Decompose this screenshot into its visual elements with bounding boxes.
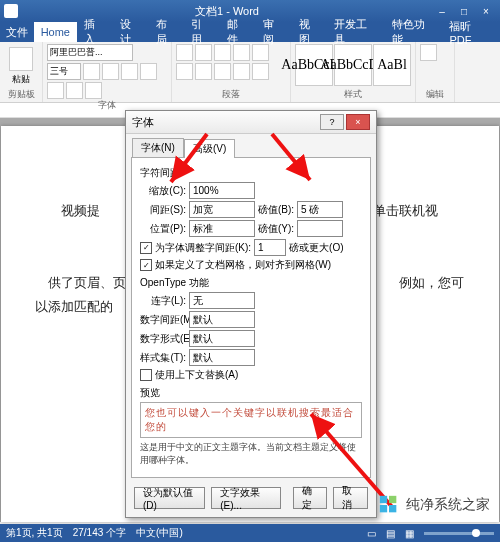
ligatures-label: 连字(L): xyxy=(140,294,186,308)
contextual-checkbox[interactable] xyxy=(140,369,152,381)
minimize-button[interactable]: – xyxy=(432,4,452,18)
group-styles: AaBbCcDd AaBbCcDd AaBl 样式 xyxy=(291,42,416,102)
bold-icon[interactable] xyxy=(83,63,100,80)
align-left-icon[interactable] xyxy=(176,63,193,80)
styleset-select[interactable]: 默认 xyxy=(189,349,255,366)
group-paragraph: 段落 xyxy=(172,42,291,102)
font-family-select[interactable]: 阿里巴巴普... xyxy=(47,44,133,61)
numform-label: 数字形式(E): xyxy=(140,332,186,346)
tab-mailings[interactable]: 邮件 xyxy=(220,22,256,42)
align-justify-icon[interactable] xyxy=(233,63,250,80)
tab-insert[interactable]: 插入 xyxy=(77,22,113,42)
position-label: 位置(P): xyxy=(140,222,186,236)
align-center-icon[interactable] xyxy=(195,63,212,80)
view-read-icon[interactable]: ▤ xyxy=(386,528,395,539)
status-language[interactable]: 中文(中国) xyxy=(136,526,183,540)
kerning-label: 为字体调整字间距(K): xyxy=(155,241,251,255)
group-edit: 编辑 xyxy=(416,42,455,102)
tab-references[interactable]: 引用 xyxy=(184,22,220,42)
cancel-button[interactable]: 取消 xyxy=(333,487,368,509)
tab-font-basic[interactable]: 字体(N) xyxy=(132,138,184,157)
scale-select[interactable]: 100% xyxy=(189,182,255,199)
tab-layout[interactable]: 布局 xyxy=(149,22,185,42)
word-icon xyxy=(4,4,18,18)
status-words[interactable]: 27/143 个字 xyxy=(73,526,126,540)
bullets-icon[interactable] xyxy=(176,44,193,61)
styleset-label: 样式集(T): xyxy=(140,351,186,365)
ok-button[interactable]: 确定 xyxy=(293,487,328,509)
set-default-button[interactable]: 设为默认值(D) xyxy=(134,487,205,509)
tab-design[interactable]: 设计 xyxy=(113,22,149,42)
numform-select[interactable]: 默认 xyxy=(189,330,255,347)
highlight-icon[interactable] xyxy=(85,82,102,99)
kerning-input[interactable]: 1 xyxy=(254,239,286,256)
tab-foxitpdf[interactable]: 福昕PDF xyxy=(442,22,500,42)
preview-label: 预览 xyxy=(140,386,362,400)
style-heading1[interactable]: AaBl xyxy=(373,44,411,86)
text-effects-button[interactable]: 文字效果(E)... xyxy=(211,487,280,509)
dialog-titlebar: 字体 ? × xyxy=(126,111,376,134)
shading-icon[interactable] xyxy=(252,63,269,80)
snapgrid-checkbox[interactable]: ✓ xyxy=(140,259,152,271)
multilevel-icon[interactable] xyxy=(214,44,231,61)
dialog-help-button[interactable]: ? xyxy=(320,114,344,130)
strike-icon[interactable] xyxy=(140,63,157,80)
ligatures-select[interactable]: 无 xyxy=(189,292,255,309)
kerning-unit: 磅或更大(O) xyxy=(289,241,343,255)
dialog-tabs: 字体(N) 高级(V) xyxy=(126,134,376,157)
group-label-styles: 样式 xyxy=(295,88,411,102)
snapgrid-label: 如果定义了文档网格，则对齐到网格(W) xyxy=(155,258,331,272)
group-label-edit: 编辑 xyxy=(420,88,450,102)
indent-inc-icon[interactable] xyxy=(252,44,269,61)
ribbon: 粘贴 剪贴板 阿里巴巴普... 三号 字体 xyxy=(0,42,500,103)
tab-home[interactable]: Home xyxy=(34,22,77,42)
svg-rect-6 xyxy=(389,505,396,512)
group-clipboard: 粘贴 剪贴板 xyxy=(0,42,43,102)
position-select[interactable]: 标准 xyxy=(189,220,255,237)
group-label-clipboard: 剪贴板 xyxy=(4,88,38,102)
spacing-label: 间距(S): xyxy=(140,203,186,217)
position-pt-input[interactable] xyxy=(297,220,343,237)
dialog-body: 字符间距 缩放(C): 100% 间距(S): 加宽 磅值(B): 5 磅 位置… xyxy=(131,157,371,478)
tab-font-advanced[interactable]: 高级(V) xyxy=(184,139,235,158)
app-window: 文档1 - Word – □ × 文件 Home 插入 设计 布局 引用 邮件 … xyxy=(0,0,500,542)
spacing-pt-input[interactable]: 5 磅 xyxy=(297,201,343,218)
dialog-close-button[interactable]: × xyxy=(346,114,370,130)
tab-developer[interactable]: 开发工具 xyxy=(327,22,385,42)
numbering-icon[interactable] xyxy=(195,44,212,61)
status-page[interactable]: 第1页, 共1页 xyxy=(6,526,63,540)
tab-review[interactable]: 审阅 xyxy=(256,22,292,42)
tab-file[interactable]: 文件 xyxy=(0,22,34,42)
maximize-button[interactable]: □ xyxy=(454,4,474,18)
zoom-slider[interactable] xyxy=(424,532,494,535)
find-icon[interactable] xyxy=(420,44,437,61)
style-nospace[interactable]: AaBbCcDd xyxy=(334,44,372,86)
superscript-icon[interactable] xyxy=(47,82,64,99)
kerning-checkbox[interactable]: ✓ xyxy=(140,242,152,254)
ribbon-tabs: 文件 Home 插入 设计 布局 引用 邮件 审阅 视图 开发工具 特色功能 福… xyxy=(0,22,500,42)
svg-rect-5 xyxy=(380,505,387,512)
italic-icon[interactable] xyxy=(102,63,119,80)
position-pt-label: 磅值(Y): xyxy=(258,222,294,236)
paste-icon xyxy=(9,47,33,71)
dialog-title: 字体 xyxy=(132,115,154,130)
scale-label: 缩放(C): xyxy=(140,184,186,198)
status-bar: 第1页, 共1页 27/143 个字 中文(中国) ▭ ▤ ▦ xyxy=(0,524,500,542)
font-color-icon[interactable] xyxy=(66,82,83,99)
watermark: 纯净系统之家 xyxy=(378,494,490,516)
indent-dec-icon[interactable] xyxy=(233,44,250,61)
font-size-select[interactable]: 三号 xyxy=(47,63,81,80)
paste-button[interactable]: 粘贴 xyxy=(4,44,38,88)
tab-special[interactable]: 特色功能 xyxy=(385,22,443,42)
tab-view[interactable]: 视图 xyxy=(292,22,328,42)
view-web-icon[interactable]: ▦ xyxy=(405,528,414,539)
numspacing-select[interactable]: 默认 xyxy=(189,311,255,328)
align-right-icon[interactable] xyxy=(214,63,231,80)
spacing-select[interactable]: 加宽 xyxy=(189,201,255,218)
font-dialog: 字体 ? × 字体(N) 高级(V) 字符间距 缩放(C): 100% 间距(S… xyxy=(125,110,377,518)
close-button[interactable]: × xyxy=(476,4,496,18)
preview-box: 您也可以键入一个关键字以联机搜索最适合您的 xyxy=(140,402,362,438)
underline-icon[interactable] xyxy=(121,63,138,80)
numspacing-label: 数字间距(M): xyxy=(140,313,186,327)
view-print-icon[interactable]: ▭ xyxy=(367,528,376,539)
